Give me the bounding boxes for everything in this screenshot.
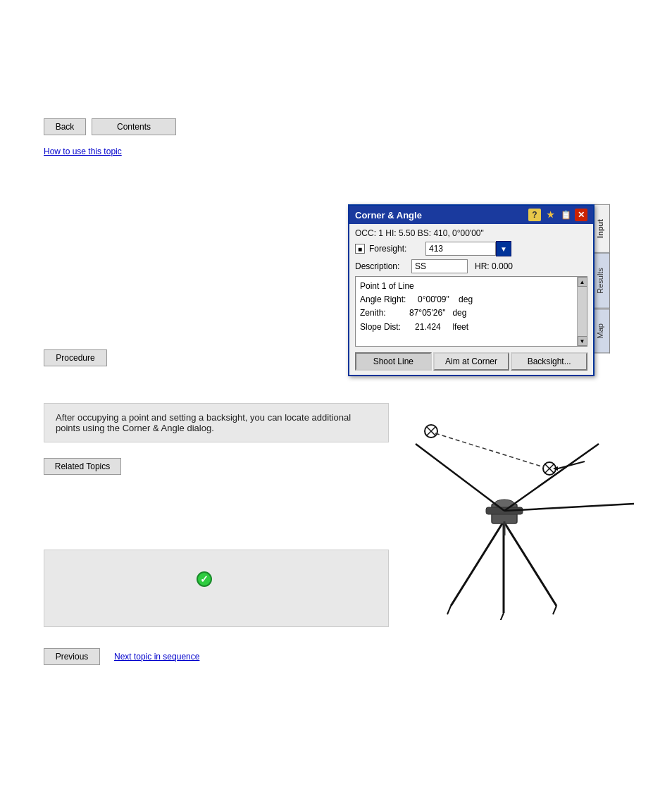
top-nav-buttons: Back Contents (44, 118, 176, 135)
text-scrollbar[interactable]: ▲ ▼ (577, 277, 587, 346)
svg-line-21 (435, 433, 544, 467)
svg-line-0 (451, 521, 504, 606)
content-box-1: After occupying a point and setting a ba… (44, 403, 389, 442)
close-icon[interactable]: ✕ (575, 209, 587, 221)
occ-line: OCC: 1 HI: 5.50 BS: 410, 0°00'00" (355, 228, 587, 238)
doc-icon[interactable]: 📋 (559, 209, 572, 221)
description-label: Description: (355, 261, 411, 271)
content-box-2 (44, 550, 389, 627)
favorite-icon[interactable]: ★ (544, 209, 556, 221)
previous-button[interactable]: Previous (44, 648, 100, 665)
line-1: Point 1 of Line (360, 280, 583, 293)
foresight-row: ■ Foresight: ▼ (355, 241, 587, 256)
description-input[interactable] (411, 259, 468, 273)
line-3: Zenith: 87°05'26" deg (360, 306, 583, 320)
line-2: Angle Right: 0°00'09" deg (360, 293, 583, 306)
help-icon[interactable]: ? (528, 209, 541, 221)
dialog-body: OCC: 1 HI: 5.50 BS: 410, 0°00'00" ■ Fore… (349, 224, 593, 375)
scroll-down[interactable]: ▼ (578, 336, 587, 346)
aim-at-corner-button[interactable]: Aim at Corner (433, 352, 510, 371)
scroll-up[interactable]: ▲ (578, 277, 587, 287)
corner-angle-dialog: Corner & Angle ? ★ 📋 ✕ OCC: 1 HI: 5.50 B… (348, 204, 595, 376)
backsight-button[interactable]: Backsight... (511, 352, 587, 371)
back-button[interactable]: Back (44, 118, 86, 135)
procedure-button[interactable]: Procedure (44, 349, 107, 366)
line-5 (360, 334, 583, 347)
svg-line-4 (500, 613, 504, 620)
contents-button[interactable]: Contents (92, 118, 176, 135)
dialog-action-buttons: Shoot Line Aim at Corner Backsight... (355, 349, 587, 375)
related-topics-button[interactable]: Related Topics (44, 458, 121, 475)
procedure-button-wrapper: Procedure (44, 349, 107, 366)
bottom-nav: Previous Next topic in sequence (44, 648, 199, 665)
hr-label: HR: 0.000 (475, 261, 513, 271)
side-tabs: Input Results Map (595, 204, 610, 353)
dialog-title: Corner & Angle (355, 210, 528, 221)
survey-diagram (394, 380, 648, 620)
how-to-link[interactable]: How to use this topic (44, 147, 122, 156)
dialog-titlebar: Corner & Angle ? ★ 📋 ✕ (349, 206, 593, 224)
svg-line-3 (447, 606, 451, 614)
svg-line-11 (504, 444, 599, 511)
svg-line-10 (416, 444, 504, 511)
tab-map[interactable]: Map (595, 309, 610, 353)
related-topics-button-wrapper: Related Topics (44, 458, 121, 475)
line-4: Slope Dist: 21.424 lfeet (360, 321, 583, 334)
shoot-line-button[interactable]: Shoot Line (355, 352, 432, 371)
foresight-label: Foresight: (369, 244, 425, 254)
svg-line-12 (504, 504, 634, 511)
svg-line-5 (553, 606, 556, 614)
titlebar-icons: ? ★ 📋 ✕ (528, 209, 587, 221)
foresight-input[interactable] (425, 242, 496, 256)
description-row: Description: HR: 0.000 (355, 259, 587, 273)
svg-line-2 (504, 521, 556, 606)
tab-results[interactable]: Results (595, 253, 610, 309)
foresight-checkbox[interactable]: ■ (355, 244, 365, 254)
text-area-content: Point 1 of Line Angle Right: 0°00'09" de… (360, 280, 583, 347)
next-topic-link[interactable]: Next topic in sequence (114, 652, 199, 662)
tab-input[interactable]: Input (595, 204, 610, 253)
success-checkmark (197, 571, 212, 587)
data-text-area: Point 1 of Line Angle Right: 0°00'09" de… (355, 276, 587, 347)
foresight-dropdown[interactable]: ▼ (496, 241, 511, 256)
